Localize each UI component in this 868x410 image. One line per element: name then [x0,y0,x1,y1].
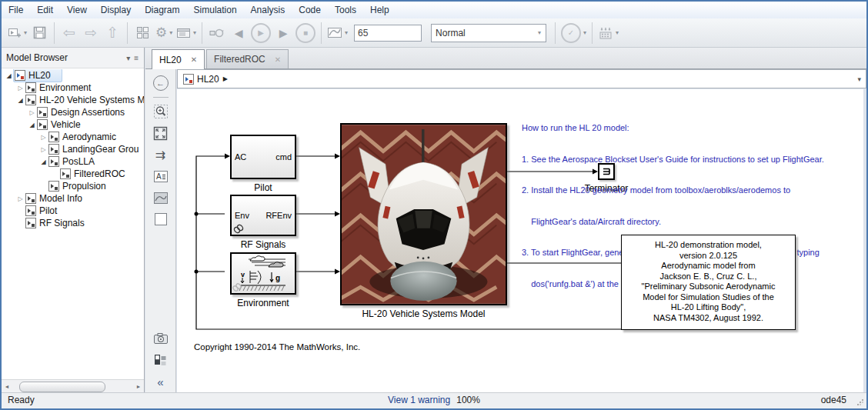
diagram-canvas[interactable]: AC cmd Pilot Env RFEnv RF Signals v [177,89,863,392]
expander-icon[interactable] [39,146,48,153]
tree-item-rf-signals[interactable]: RF Signals [2,217,144,229]
stop-button[interactable]: ■ [295,23,315,43]
library-browser-button[interactable] [133,23,152,43]
expander-icon[interactable] [28,122,36,128]
copyright-annotation[interactable]: Copyright 1990-2014 The MathWorks, Inc. [194,342,360,352]
tab-label: HL20 [159,55,182,65]
rf-signals-block-label: RF Signals [230,239,296,250]
environment-block[interactable]: v g [230,252,296,295]
up-button[interactable]: ⇧ [103,23,122,43]
model-config-button[interactable]: ▾ [176,23,196,43]
pilot-outport-label: cmd [275,152,292,162]
new-model-icon [8,27,22,39]
fit-to-view-button[interactable] [152,124,170,142]
subsystem-icon [15,70,25,81]
breadcrumb-dropdown-icon[interactable]: ▾ [857,75,861,83]
menu-help[interactable]: Help [363,2,396,18]
menu-display[interactable]: Display [94,2,138,18]
tree-item-model-info[interactable]: Model Info [2,192,144,205]
forward-button[interactable]: ⇨ [82,23,100,43]
box-area-button[interactable] [152,210,170,228]
step-back-button[interactable]: ◀ [229,23,248,43]
scope-button[interactable]: ▾ [327,23,348,43]
menu-edit[interactable]: Edit [30,2,60,18]
scroll-right-icon[interactable]: ► [133,384,144,389]
annotation-button[interactable]: A [152,167,170,185]
tree-item-landinggear[interactable]: LandingGear Grou [2,143,144,155]
new-model-button[interactable]: ▾ [8,23,27,43]
howto-line: 2. Install the HL20 geometry model from … [522,185,824,196]
info-line: Jackson E. B., Cruz C. L., [628,272,789,282]
run-button[interactable]: ▶ [251,23,271,43]
browser-menu-button[interactable]: ▾ ≡ [126,54,139,62]
rf-signals-block[interactable]: Env RFEnv [230,195,296,236]
menu-analysis[interactable]: Analysis [244,2,292,18]
pilot-block[interactable]: AC cmd [230,135,296,179]
tree-item-label: PosLLA [62,156,95,167]
collapse-palette-button[interactable]: « [152,372,170,391]
browser-horizontal-scrollbar[interactable]: ◄ ► [2,379,144,392]
breadcrumb-root[interactable]: HL20 [197,74,219,85]
tab-close-icon[interactable]: ✕ [191,55,197,64]
tree-item-label: Vehicle [51,119,81,130]
rf-inport-label: Env [235,211,249,220]
menu-diagram[interactable]: Diagram [138,2,186,18]
tree-item-label: Propulsion [62,181,106,192]
scroll-left-icon[interactable]: ◄ [2,384,12,389]
model-settings-button[interactable]: ⚙ ▾ [155,23,173,43]
sim-mode-select[interactable]: Normal ▾ [431,24,546,42]
print-view-button[interactable] [152,351,170,369]
hide-browser-button[interactable]: ← [152,74,170,92]
tree-item-hl20[interactable]: HL20 [2,69,144,82]
breadcrumb-arrow-icon[interactable]: ▶ [223,75,228,82]
tree-item-environment[interactable]: Environment [2,82,144,94]
expander-icon[interactable] [5,72,13,79]
tree-item-filteredroc[interactable]: FilteredROC [2,168,144,180]
subsystem-icon [25,218,36,228]
menu-file[interactable]: File [2,2,30,18]
tree-item-design-assertions[interactable]: Design Assertions [2,106,144,118]
menu-tools[interactable]: Tools [328,2,363,18]
tree-item-vehicle[interactable]: Vehicle [2,118,144,131]
tree-item-pilot[interactable]: Pilot [2,205,144,217]
tab-filteredroc[interactable]: FilteredROC ✕ [206,49,289,68]
tab-close-icon[interactable]: ✕ [275,55,281,64]
zoom-region-button[interactable] [152,102,170,121]
back-button[interactable]: ⇦ [60,23,78,43]
step-forward-button[interactable]: ▶ [274,23,292,43]
stop-time-input[interactable] [354,25,422,42]
expander-icon[interactable] [39,134,48,141]
expander-icon[interactable] [39,158,48,165]
resize-grip[interactable] [856,398,864,406]
svg-text:A: A [156,172,162,181]
expander-icon[interactable] [16,195,25,202]
update-diagram-button[interactable] [208,23,226,43]
tree-item-label: RF Signals [39,218,85,228]
screenshot-button[interactable] [152,329,170,348]
expander-icon[interactable] [16,97,25,104]
scrollbar-thumb[interactable] [19,382,105,392]
model-info-box[interactable]: HL-20 demonstration model, version 2.0.1… [621,235,796,330]
view-warning-link[interactable]: View 1 warning [388,395,450,405]
tab-hl20[interactable]: HL20 ✕ [152,49,205,69]
menu-view[interactable]: View [60,2,94,18]
tree-item-aerodynamic[interactable]: Aerodynamic [2,131,144,143]
step-back-icon: ◀ [235,27,243,39]
expander-icon[interactable] [28,109,36,116]
model-advisor-button[interactable]: ✓ ▾ [561,23,586,43]
tree-item-poslla[interactable]: PosLLA [2,155,144,168]
vehicle-systems-block[interactable] [340,123,507,305]
tree-item-vehicle-systems[interactable]: HL-20 Vehicle Systems Mo [2,94,144,106]
signal-route-button[interactable]: ⇉ [152,145,170,164]
image-button[interactable] [152,188,170,207]
fast-restart-button[interactable]: ▾ [598,23,619,43]
save-button[interactable] [30,23,48,43]
menu-code[interactable]: Code [292,2,328,18]
dropdown-icon: ▾ [345,29,348,36]
expander-icon[interactable] [16,85,25,92]
howto-line: 1. See the Aerospace Blockset User's Gui… [522,155,824,165]
status-ready: Ready [8,395,35,405]
scrollbar-track[interactable] [13,382,132,391]
menu-simulation[interactable]: Simulation [187,2,244,18]
tree-item-propulsion[interactable]: Propulsion [2,180,144,192]
